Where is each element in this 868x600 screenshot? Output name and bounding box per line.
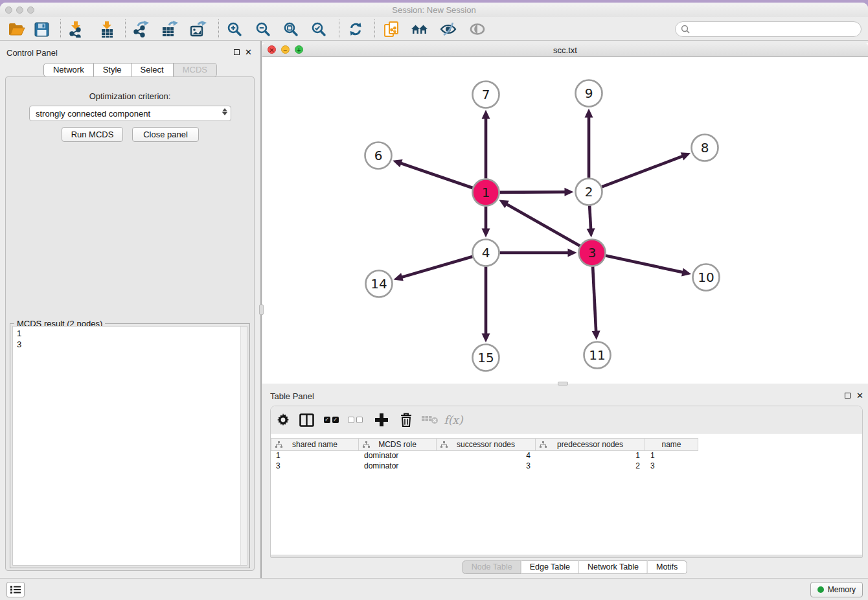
column-header-shared-name[interactable]: shared name (271, 438, 359, 451)
tab-mcds[interactable]: MCDS (174, 63, 217, 77)
table-cell[interactable]: 1 (271, 451, 359, 461)
graph-node-label: 8 (701, 140, 709, 156)
zoom-in-icon[interactable] (223, 19, 246, 40)
table-cell[interactable]: dominator (359, 451, 437, 461)
table-cell[interactable]: 3 (645, 461, 698, 472)
left-splitter-grip[interactable] (259, 305, 264, 315)
graph-node-label: 4 (482, 245, 490, 260)
delete-icon[interactable] (396, 410, 417, 430)
edge-3-1[interactable] (506, 204, 580, 246)
function-builder-icon[interactable]: f(x) (443, 410, 464, 430)
network-canvas[interactable]: 1234678910111415 (262, 57, 868, 384)
zoom-selected-icon[interactable] (307, 19, 330, 40)
open-file-icon[interactable] (5, 19, 29, 40)
tab-network[interactable]: Network (43, 63, 94, 77)
tab-style[interactable]: Style (94, 63, 131, 77)
bottom-splitter-grip[interactable] (558, 382, 568, 386)
home-icon[interactable] (408, 19, 431, 40)
tab-node-table[interactable]: Node Table (463, 560, 521, 574)
network-view-window: ✕ − + scc.txt 1234678910111415 (262, 43, 868, 384)
edge-4-14[interactable] (401, 257, 472, 277)
add-column-icon[interactable] (371, 410, 392, 430)
deselect-all-icon[interactable] (345, 410, 365, 430)
edge-arrowhead (568, 249, 577, 257)
search-input[interactable] (690, 25, 861, 34)
clone-network-icon[interactable] (380, 19, 404, 40)
control-panel-tabs: NetworkStyleSelectMCDS (0, 63, 260, 77)
tab-motifs[interactable]: Motifs (648, 560, 687, 574)
table-panel-float-icon[interactable] (845, 393, 851, 398)
table-cell[interactable]: 2 (536, 461, 645, 472)
column-header-predecessor-nodes[interactable]: predecessor nodes (536, 438, 645, 451)
graph-node-label: 10 (698, 270, 714, 285)
tab-edge-table[interactable]: Edge Table (521, 560, 579, 574)
table-panel-close-icon[interactable]: ✕ (856, 393, 863, 398)
table-cell[interactable]: 3 (437, 461, 536, 472)
edge-arrowhead (393, 159, 402, 167)
hide-details-icon[interactable] (437, 19, 460, 40)
table-row[interactable]: 1dominator411 (271, 451, 862, 461)
control-panel-close-icon[interactable]: ✕ (245, 49, 252, 55)
split-view-icon[interactable] (296, 410, 317, 430)
column-header-mcds-role[interactable]: MCDS role (359, 438, 437, 451)
export-table-icon[interactable] (158, 19, 181, 40)
edge-2-8[interactable] (602, 156, 683, 187)
graph-node-label: 14 (371, 276, 387, 292)
save-session-icon[interactable] (30, 19, 53, 40)
zoom-fit-icon[interactable] (279, 19, 303, 40)
refresh-icon[interactable] (344, 19, 367, 40)
edge-1-2[interactable] (499, 192, 565, 192)
table-cell[interactable]: 3 (271, 461, 359, 472)
memory-button-label: Memory (828, 585, 856, 594)
edge-3-11[interactable] (593, 266, 596, 332)
export-network-icon[interactable] (130, 19, 153, 40)
table-cell[interactable]: 4 (437, 451, 536, 461)
titlebar: Session: New Session (0, 3, 868, 17)
graph-node-label: 7 (482, 87, 490, 102)
zoom-out-icon[interactable] (251, 19, 275, 40)
delete-table-icon[interactable] (420, 410, 440, 430)
control-panel-title: Control Panel (6, 48, 58, 58)
mcds-result-textarea[interactable]: 13 (12, 326, 247, 566)
mcds-result-scrollbar[interactable] (240, 327, 247, 565)
edge-2-3[interactable] (589, 205, 591, 229)
column-header-name[interactable]: name (645, 438, 698, 451)
export-image-icon[interactable] (187, 19, 210, 40)
run-mcds-button[interactable]: Run MCDS (62, 127, 123, 142)
graph-node-label: 11 (589, 347, 605, 363)
eye-disabled-icon[interactable] (466, 19, 489, 40)
import-network-icon[interactable] (65, 19, 88, 40)
network-graph: 1234678910111415 (262, 57, 868, 384)
control-panel-float-icon[interactable] (234, 49, 240, 55)
gear-icon[interactable] (273, 410, 293, 430)
edge-arrowhead (482, 229, 490, 238)
table-cell[interactable]: 1 (645, 451, 698, 461)
edge-1-6[interactable] (400, 163, 473, 188)
search-icon (681, 25, 690, 34)
mcds-result-line: 3 (17, 339, 239, 350)
optimization-criterion-label: Optimization criterion: (6, 91, 254, 101)
tab-network-table[interactable]: Network Table (579, 560, 648, 574)
task-history-button[interactable] (6, 582, 25, 597)
edge-3-10[interactable] (606, 256, 683, 273)
table-row[interactable]: 3dominator323 (271, 461, 862, 472)
search-field[interactable] (675, 21, 862, 37)
tab-select[interactable]: Select (131, 63, 174, 77)
table-header-row: shared nameMCDS rolesuccessor nodesprede… (271, 438, 698, 451)
graph-node-label: 9 (585, 86, 593, 101)
table-cell[interactable]: dominator (359, 461, 437, 472)
criterion-select-value: strongly connected component (36, 109, 150, 119)
table-panel-title: Table Panel (270, 391, 314, 401)
table-cell[interactable]: 1 (536, 451, 645, 461)
close-panel-button[interactable]: Close panel (132, 127, 199, 142)
import-table-icon[interactable] (95, 19, 119, 40)
edge-arrowhead (394, 273, 404, 281)
memory-button[interactable]: Memory (810, 582, 863, 597)
criterion-select[interactable]: strongly connected component (29, 106, 231, 121)
graph-node-label: 1 (482, 185, 490, 200)
control-panel: Control Panel ✕ NetworkStyleSelectMCDS O… (0, 41, 260, 578)
network-window-titlebar[interactable]: ✕ − + scc.txt (262, 43, 868, 57)
table-hscrollbar[interactable] (271, 555, 862, 557)
select-all-icon[interactable]: ✓✓ (321, 410, 341, 430)
column-header-successor-nodes[interactable]: successor nodes (437, 438, 536, 451)
